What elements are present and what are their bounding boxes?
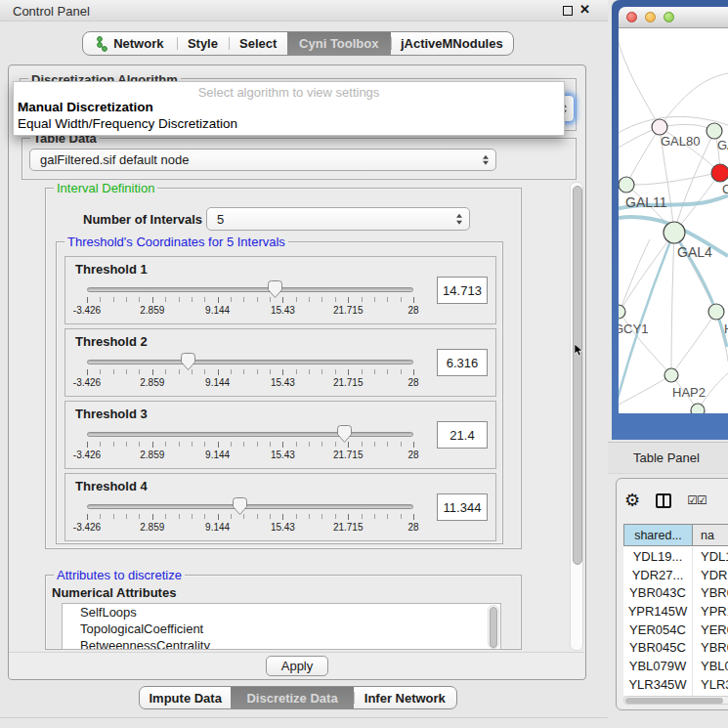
network-canvas[interactable]: GAL80GACGAL11GAL4GCY1HHAP2 xyxy=(619,28,728,413)
tab-style[interactable]: Style xyxy=(177,32,230,55)
bottom-divider xyxy=(0,717,608,718)
table-panel-title: Table Panel xyxy=(633,450,700,465)
float-window-icon[interactable] xyxy=(563,6,573,16)
network-node-label: GAL4 xyxy=(677,244,712,260)
threshold-2-row: Threshold 2 -3.4262.8599.14415.4321.7152… xyxy=(64,328,496,397)
tab-jactivemnodules[interactable]: jActiveMNodules xyxy=(391,32,513,55)
network-icon xyxy=(96,36,108,52)
threshold-1-slider[interactable]: -3.4262.8599.14415.4321.71528 xyxy=(87,280,413,321)
slider-track[interactable] xyxy=(87,287,413,292)
table-row[interactable]: YDR27...YDR2 xyxy=(623,566,728,584)
network-node[interactable] xyxy=(619,177,634,193)
slider-handle[interactable] xyxy=(268,280,282,298)
slider-ticks xyxy=(87,514,413,521)
network-node-label: HAP2 xyxy=(672,385,706,400)
attribute-list-item[interactable]: SelfLoops xyxy=(63,604,500,621)
split-view-icon[interactable] xyxy=(656,493,671,508)
threshold-3-slider[interactable]: -3.4262.8599.14415.4321.71528 xyxy=(87,425,413,466)
slider-track[interactable] xyxy=(87,432,413,437)
slider-ticks xyxy=(87,442,413,449)
network-node[interactable] xyxy=(711,164,728,182)
table-row[interactable]: YDL19...YDL1 xyxy=(623,547,728,566)
thresholds-group: Threshold's Coordinates for 5 Intervals … xyxy=(56,241,503,544)
table-row[interactable]: YPR145WYPR1 xyxy=(623,602,728,621)
network-node[interactable] xyxy=(691,404,705,413)
slider-ticks xyxy=(87,297,413,304)
network-node-label: GA xyxy=(717,138,728,152)
control-panel-tabs: Network Style Select Cyni Toolbox jActiv… xyxy=(82,31,514,56)
attribute-list-item[interactable]: BetweennessCentrality xyxy=(63,637,500,650)
network-node[interactable] xyxy=(652,119,667,135)
close-traffic-light-icon[interactable] xyxy=(626,12,637,22)
popup-item-equal-width-frequency[interactable]: Equal Width/Frequency Discretization xyxy=(14,115,564,132)
threshold-1-value[interactable]: 14.713 xyxy=(437,277,488,304)
slider-handle[interactable] xyxy=(337,425,352,443)
algorithm-popup-list: Select algorithm to view settings Manual… xyxy=(13,81,565,136)
slider-ticks xyxy=(87,369,413,376)
threshold-2-value[interactable]: 6.316 xyxy=(437,349,488,376)
threshold-3-row: Threshold 3 -3.4262.8599.14415.4321.7152… xyxy=(64,401,496,469)
network-node-label: GAL80 xyxy=(661,134,700,149)
table-row[interactable]: YBR045CYBR0 xyxy=(623,638,728,657)
panel-scrollbar[interactable] xyxy=(570,182,583,651)
slider-track[interactable] xyxy=(87,504,413,509)
table-row[interactable]: YBL079WYBL0 xyxy=(623,657,728,675)
network-window-titlebar[interactable] xyxy=(619,7,728,28)
network-node[interactable] xyxy=(664,368,678,382)
column-header-shared-name[interactable]: shared... xyxy=(623,524,693,546)
table-body[interactable]: YDL19...YDL1YDR27...YDR2YBR043CYBR0YPR14… xyxy=(623,547,728,696)
mouse-cursor xyxy=(575,344,584,357)
popup-prompt: Select algorithm to view settings xyxy=(14,82,564,99)
tab-impute-data[interactable]: Impute Data xyxy=(140,687,231,708)
interval-definition-group: Interval Definition Number of Intervals … xyxy=(45,188,522,549)
tab-discretize-data[interactable]: Discretize Data xyxy=(231,687,353,708)
popup-item-manual-discretization[interactable]: Manual Discretization xyxy=(14,99,564,115)
threshold-4-value[interactable]: 11.344 xyxy=(437,493,488,521)
threshold-3-value[interactable]: 21.4 xyxy=(437,421,488,449)
tab-network[interactable]: Network xyxy=(83,32,177,55)
threshold-4-row: Threshold 4 -3.4262.8599.14415.4321.7152… xyxy=(64,473,496,541)
network-node[interactable] xyxy=(664,222,685,243)
tab-infer-network[interactable]: Infer Network xyxy=(354,687,456,708)
network-node[interactable] xyxy=(708,304,724,320)
network-node-label: GAL11 xyxy=(625,194,667,210)
slider-handle[interactable] xyxy=(233,497,247,515)
close-icon[interactable]: ✕ xyxy=(579,2,590,17)
table-row[interactable]: YER054CYER0 xyxy=(623,621,728,639)
attribute-list-item[interactable]: TopologicalCoefficient xyxy=(63,621,500,637)
threshold-2-slider[interactable]: -3.4262.8599.14415.4321.71528 xyxy=(87,353,413,394)
minimize-traffic-light-icon[interactable] xyxy=(645,12,656,22)
table-data-combobox[interactable]: galFiltered.sif default node xyxy=(29,149,496,171)
column-header-name[interactable]: na xyxy=(693,524,728,546)
numerical-attributes-list[interactable]: SelfLoopsTopologicalCoefficientBetweenne… xyxy=(62,603,501,650)
number-of-intervals-value: 5 xyxy=(217,212,224,227)
apply-button[interactable]: Apply xyxy=(266,656,328,676)
numerical-attributes-label: Numerical Attributes xyxy=(52,585,176,600)
table-data-selected-value: galFiltered.sif default node xyxy=(40,152,189,167)
interval-definition-title: Interval Definition xyxy=(54,181,157,195)
gear-icon[interactable]: ⚙ xyxy=(624,492,640,509)
list-scrollbar[interactable] xyxy=(488,605,499,649)
select-columns-icon[interactable]: ☑☑ xyxy=(687,493,707,507)
number-of-intervals-combobox[interactable]: 5 xyxy=(206,207,470,231)
table-toolbar: ⚙ ☑☑ xyxy=(624,487,707,514)
slider-track[interactable] xyxy=(87,360,413,364)
network-node-label: GCY1 xyxy=(619,321,648,336)
table-horizontal-scrollbar[interactable] xyxy=(623,696,728,705)
threshold-4-slider[interactable]: -3.4262.8599.14415.4321.71528 xyxy=(87,497,413,538)
combo-stepper-icon xyxy=(456,214,462,225)
network-node[interactable] xyxy=(707,123,722,139)
combo-stepper-icon xyxy=(483,154,489,165)
table-row[interactable]: YLR345WYLR3 xyxy=(623,675,728,694)
control-panel-title: Control Panel xyxy=(13,4,90,19)
node-table[interactable]: shared... na YDL19...YDL1YDR27...YDR2YBR… xyxy=(623,524,728,696)
cyni-bottom-tabs: Impute Data Discretize Data Infer Networ… xyxy=(139,686,457,709)
tab-cyni-toolbox[interactable]: Cyni Toolbox xyxy=(287,32,391,55)
control-panel-titlebar xyxy=(0,0,608,21)
threshold-1-row: Threshold 1 -3.4262.8599.14415.4321.7152… xyxy=(64,256,496,324)
slider-handle[interactable] xyxy=(181,353,195,370)
tab-select[interactable]: Select xyxy=(229,32,287,55)
table-row[interactable]: YBR043CYBR0 xyxy=(623,583,728,602)
network-node[interactable] xyxy=(619,305,625,319)
zoom-traffic-light-icon[interactable] xyxy=(664,12,674,22)
